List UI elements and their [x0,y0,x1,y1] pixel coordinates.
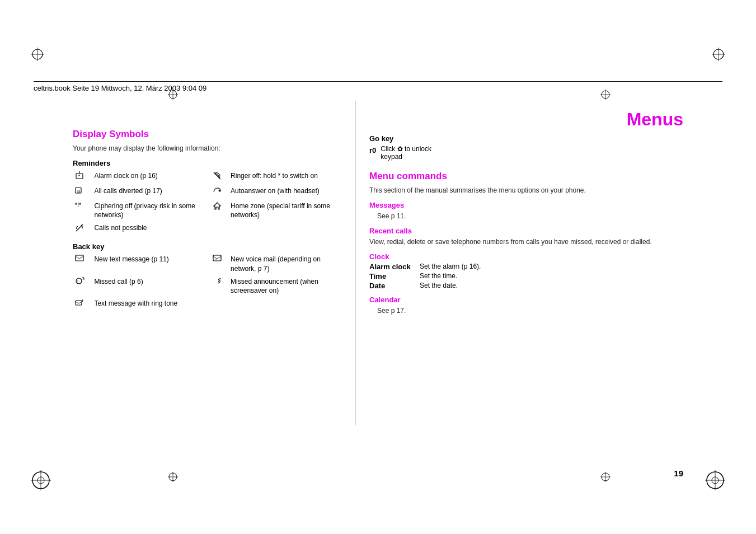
page-number: 19 [674,469,683,478]
svg-line-46 [79,302,82,303]
time-desc: Set the time. [420,272,457,280]
back-key-heading: Back key [73,242,347,251]
table-row: Calls not possible [73,222,347,237]
go-key-heading: Go key [369,134,677,143]
svg-line-40 [217,256,221,259]
symbol-missed-announce [210,275,228,298]
back-key-table: New text message (p 11) v New voice mail… [73,253,347,311]
calendar-heading: Calendar [369,296,677,304]
go-key-desc: Click ✿ to unlockkeypad [381,145,431,161]
left-column: Display Symbols Your phone may display t… [73,129,347,317]
display-symbols-intro: Your phone may display the following inf… [73,143,347,153]
svg-rect-38 [213,255,221,261]
desc-missed-call: Missed call (p 6) [92,275,210,298]
corner-mark-br [705,470,725,492]
go-key-body: r0 Click ✿ to unlockkeypad [369,145,677,161]
corner-mark-bl [31,470,51,492]
svg-marker-33 [218,189,220,192]
desc-new-sms: New text message (p 11) [92,253,210,275]
right-column: Go key r0 Click ✿ to unlockkeypad Menu c… [369,129,677,318]
header-bar: celtris.book Seite 19 Mittwoch, 12. März… [34,81,722,92]
reminders-table: Alarm clock on (p 16) Ringer off: hold *… [73,170,347,237]
svg-text:v: v [215,257,217,261]
clock-items: Alarm clock Set the alarm (p 16). Time S… [369,263,677,290]
time-row: Time Set the time. [369,272,677,280]
date-label: Date [369,282,420,290]
empty-symbol [210,222,228,237]
desc-autoanswer: Autoanswer on (with headset) [228,185,347,200]
corner-mark-tr [712,48,725,63]
go-key-section: Go key r0 Click ✿ to unlockkeypad [369,134,677,161]
svg-text:!: ! [77,279,78,284]
go-key-icon: r0 [369,146,376,154]
messages-heading: Messages [369,201,677,209]
symbol-autoanswer [210,185,228,200]
messages-body: See p 11. [369,211,677,221]
symbol-alarm [73,170,92,185]
svg-text:B: B [77,189,80,194]
symbol-no-calls [73,222,92,237]
table-row: *!* Ciphering off (privacy risk in some … [73,200,347,222]
mid-mark-bot-right [600,472,611,484]
header-text: celtris.book Seite 19 Mittwoch, 12. März… [34,84,206,92]
table-row: Text message with ring tone [73,297,347,311]
recent-calls-heading: Recent calls [369,227,677,235]
table-row: Alarm clock on (p 16) Ringer off: hold *… [73,170,347,185]
alarm-clock-desc: Set the alarm (p 16). [420,263,481,271]
time-label: Time [369,272,420,280]
svg-line-36 [76,256,79,259]
svg-line-37 [79,256,83,259]
menu-commands-intro: This section of the manual summarises th… [369,185,677,195]
symbol-homezone [210,200,228,222]
symbol-new-sms [73,253,92,275]
desc-missed-announce: Missed announcement (when screensaver on… [228,275,347,298]
symbol-missed-call: ! [73,275,92,298]
display-symbols-heading: Display Symbols [73,129,347,140]
desc-voicemail: New voice mail (depending on network, p … [228,253,347,275]
table-row: B All calls diverted (p 17) Autoanswer o… [73,185,347,200]
desc-calls-diverted: All calls diverted (p 17) [92,185,210,200]
desc-homezone: Home zone (special tariff in some networ… [228,200,347,222]
column-divider [355,101,356,425]
mid-mark-bot-left [168,472,178,484]
desc-alarm: Alarm clock on (p 16) [92,170,210,185]
alarm-clock-row: Alarm clock Set the alarm (p 16). [369,263,677,271]
reminders-heading: Reminders [73,159,347,167]
menu-commands-heading: Menu commands [369,171,677,182]
page-title: Menus [627,109,683,130]
svg-line-45 [76,302,79,303]
symbol-voicemail: v [210,253,228,275]
date-row: Date Set the date. [369,282,677,290]
desc-ringer: Ringer off: hold * to switch on [228,170,347,185]
symbol-ciphering: *!* [73,200,92,222]
symbol-calls-diverted: B [73,185,92,200]
svg-rect-35 [76,255,83,261]
desc-no-calls: Calls not possible [92,222,210,237]
symbol-ringer [210,170,228,185]
symbol-sms-ring [73,297,92,311]
empty2-desc [228,297,347,311]
corner-mark-tl [31,48,44,63]
empty-desc [228,222,347,237]
clock-heading: Clock [369,252,677,261]
desc-sms-ring: Text message with ring tone [92,297,210,311]
calendar-body: See p 17. [369,306,677,316]
svg-rect-44 [76,301,82,305]
table-row: ! Missed call (p 6) Missed announcement … [73,275,347,298]
date-desc: Set the date. [420,282,458,290]
alarm-clock-label: Alarm clock [369,263,420,271]
empty2 [210,297,228,311]
desc-ciphering: Ciphering off (privacy risk in some netw… [92,200,210,222]
table-row: New text message (p 11) v New voice mail… [73,253,347,275]
recent-calls-body: View, redial, delete or save telephone n… [369,237,677,247]
